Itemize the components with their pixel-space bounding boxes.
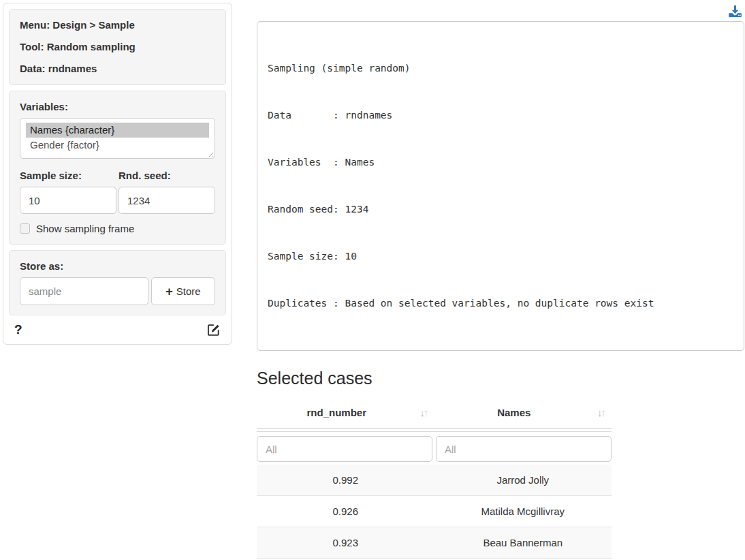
- main-panel: Sampling (simple random) Data : rndnames…: [257, 0, 744, 560]
- cell-names: Matilda Mcgillivray: [434, 496, 612, 527]
- table-body: 0.992 Jarrod Jolly 0.926 Matilda Mcgilli…: [257, 465, 612, 560]
- table-row: 0.992 Jarrod Jolly: [257, 465, 612, 496]
- sample-size-label: Sample size:: [20, 170, 116, 181]
- sample-size-input[interactable]: [20, 187, 116, 214]
- show-sampling-frame-checkbox[interactable]: Show sampling frame: [20, 223, 215, 234]
- selected-cases-table: rnd_number ↓↑ Names ↓↑ 0.992 Jarrod Joll…: [257, 399, 612, 560]
- summary-line: Sampling (simple random): [268, 61, 733, 76]
- sidebar: Menu: Design > Sample Tool: Random sampl…: [3, 3, 232, 345]
- help-icon[interactable]: ?: [14, 322, 22, 337]
- tool-info-panel: Menu: Design > Sample Tool: Random sampl…: [9, 9, 226, 85]
- variables-select[interactable]: Names {character} Gender {factor}: [20, 118, 215, 159]
- store-as-label: Store as:: [20, 260, 215, 272]
- download-icon[interactable]: [727, 3, 743, 21]
- variable-option-names[interactable]: Names {character}: [26, 123, 209, 138]
- show-sampling-frame-label: Show sampling frame: [36, 223, 134, 234]
- cell-rnd-number: 0.926: [257, 496, 434, 527]
- checkbox-box-icon[interactable]: [20, 223, 30, 234]
- sidebar-footer: ?: [9, 321, 226, 341]
- filter-input-rnd-number[interactable]: [257, 436, 432, 462]
- tool-name: Tool: Random sampling: [20, 41, 215, 53]
- summary-line: Duplicates : Based on selected variables…: [268, 296, 733, 311]
- table-row: 0.923 Beau Bannerman: [257, 527, 612, 559]
- store-panel: Store as: + Store: [9, 250, 226, 315]
- summary-line: Variables : Names: [268, 155, 733, 170]
- sort-icon[interactable]: ↓↑: [597, 407, 605, 418]
- table-filter-row: [257, 436, 612, 462]
- sampling-form-panel: Variables: Names {character} Gender {fac…: [9, 91, 226, 245]
- store-button-label: Store: [176, 285, 201, 297]
- variables-label: Variables:: [20, 101, 215, 112]
- page-title: Selected cases: [257, 369, 744, 388]
- cell-names: Jarrod Jolly: [434, 465, 612, 495]
- filter-input-names[interactable]: [436, 436, 612, 462]
- variable-option-gender[interactable]: Gender {factor}: [26, 138, 209, 153]
- store-as-input[interactable]: [20, 277, 148, 305]
- edit-report-icon[interactable]: [206, 323, 221, 337]
- cell-rnd-number: 0.923: [257, 527, 434, 558]
- cell-names: Beau Bannerman: [434, 527, 612, 558]
- table-header-row: rnd_number ↓↑ Names ↓↑: [257, 399, 612, 428]
- rnd-seed-label: Rnd. seed:: [118, 170, 215, 181]
- plus-icon: +: [165, 285, 173, 298]
- summary-line: Sample size: 10: [268, 249, 733, 264]
- cell-rnd-number: 0.992: [257, 465, 434, 495]
- column-header-rnd-number[interactable]: rnd_number ↓↑: [257, 399, 434, 428]
- header-divider: [257, 428, 612, 429]
- header-divider: [257, 431, 612, 432]
- store-button[interactable]: + Store: [151, 277, 215, 305]
- rnd-seed-input[interactable]: [118, 187, 215, 214]
- summary-line: Random seed: 1234: [268, 202, 733, 217]
- table-row: 0.926 Matilda Mcgillivray: [257, 496, 612, 527]
- summary-line: Data : rndnames: [268, 108, 733, 123]
- menu-breadcrumb: Menu: Design > Sample: [20, 19, 215, 31]
- sort-icon[interactable]: ↓↑: [420, 407, 428, 418]
- column-header-names[interactable]: Names ↓↑: [434, 399, 612, 428]
- dataset-name: Data: rndnames: [20, 63, 215, 75]
- summary-output: Sampling (simple random) Data : rndnames…: [257, 21, 744, 351]
